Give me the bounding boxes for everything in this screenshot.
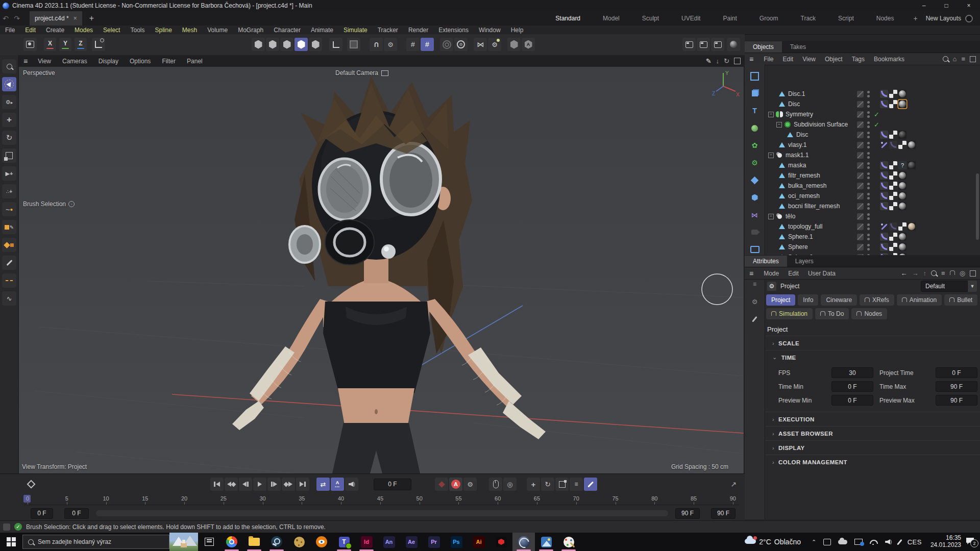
phong-tag-icon[interactable] xyxy=(880,243,888,251)
field-icon[interactable]: ✿ xyxy=(749,140,761,151)
attributes-back-icon[interactable]: ← xyxy=(901,269,908,277)
viewport-menu-filter[interactable]: Filter xyxy=(156,58,181,65)
object-row-disc[interactable]: Disc xyxy=(765,99,980,109)
visibility-dots[interactable] xyxy=(867,234,870,240)
menu-select[interactable]: Select xyxy=(98,27,125,34)
menu-edit[interactable]: Edit xyxy=(20,27,41,34)
objects-scrollbar[interactable] xyxy=(976,173,979,240)
taskbar-app-steam[interactable] xyxy=(265,533,288,551)
document-tab[interactable]: project.c4d * × xyxy=(30,11,82,26)
wand-tag-icon[interactable] xyxy=(880,222,888,231)
visibility-dots[interactable] xyxy=(867,213,870,220)
notification-icon[interactable]: 2 xyxy=(966,538,974,546)
visibility-dots[interactable] xyxy=(867,162,870,169)
key-parameter-button[interactable]: ≡ xyxy=(570,478,583,491)
uv-tag-icon[interactable] xyxy=(889,192,897,200)
taskbar-app-cookie[interactable] xyxy=(288,533,310,551)
taskbar-app-file-explorer[interactable] xyxy=(243,533,265,551)
viewport-hamburger-icon[interactable]: ≡ xyxy=(19,57,32,65)
enabled-check-icon[interactable]: ✓ xyxy=(874,121,879,129)
visibility-dots[interactable] xyxy=(867,172,870,179)
new-layouts-toggle[interactable] xyxy=(965,15,973,22)
viewport-layout-grid-icon[interactable] xyxy=(734,58,741,64)
object-row-disc[interactable]: Disc xyxy=(765,130,980,140)
viewport-zoom-tool[interactable] xyxy=(2,59,16,73)
material-tag-icon[interactable] xyxy=(898,90,906,98)
expand-toggle[interactable]: − xyxy=(768,214,774,219)
coordinate-system-button[interactable] xyxy=(92,38,105,51)
material-tag-icon[interactable] xyxy=(898,233,906,241)
add-layout-button[interactable]: + xyxy=(905,14,925,22)
paint-brush-tool[interactable] xyxy=(2,256,16,270)
current-frame-field[interactable]: 0 F xyxy=(374,479,411,490)
close-tab-icon[interactable]: × xyxy=(74,15,77,22)
auto-mode-button[interactable]: A xyxy=(522,38,535,51)
edit-render-settings-button[interactable] xyxy=(711,38,724,51)
sliders-icon[interactable]: ≡ xyxy=(749,279,761,290)
object-row-t-lo[interactable]: −tělo xyxy=(765,211,980,221)
menu-tools[interactable]: Tools xyxy=(125,27,150,34)
uv-tag-icon[interactable] xyxy=(889,171,897,180)
visibility-dots[interactable] xyxy=(867,132,870,138)
section-scale[interactable]: ›SCALE xyxy=(765,336,980,350)
tab-takes[interactable]: Takes xyxy=(782,41,814,53)
redo-icon[interactable]: ↷ xyxy=(11,14,22,22)
attr-tab-bullet[interactable]: Bullet xyxy=(944,294,977,306)
task-view-button[interactable] xyxy=(198,533,220,551)
weather-widget-thumbnail[interactable] xyxy=(169,533,198,551)
grid-button[interactable]: # xyxy=(406,38,420,51)
mode-points-button[interactable] xyxy=(252,38,265,51)
phong-tag-icon[interactable] xyxy=(880,192,888,200)
menu-window[interactable]: Window xyxy=(474,27,506,34)
menu-file[interactable]: File xyxy=(0,27,20,34)
section-asset-browser[interactable]: ›ASSET BROWSER xyxy=(765,426,980,440)
camera-menu-icon[interactable] xyxy=(381,70,388,76)
perspective-viewport[interactable]: Perspective Default Camera Brush Selecti… xyxy=(19,67,744,473)
layout-tab-uvedit[interactable]: UVEdit xyxy=(670,15,712,22)
layer-chip[interactable] xyxy=(857,193,864,199)
preset-dropdown[interactable]: Default ▼ xyxy=(921,281,977,292)
brush-selection-tool[interactable] xyxy=(2,77,16,91)
attributes-track-icon[interactable]: ◎ xyxy=(960,269,965,277)
menu-simulate[interactable]: Simulate xyxy=(338,27,373,34)
viewport-menu-options[interactable]: Options xyxy=(124,58,156,65)
camera-icon[interactable] xyxy=(749,227,761,238)
render-view-settings-button[interactable] xyxy=(23,38,37,51)
menu-modes[interactable]: Modes xyxy=(69,27,98,34)
section-execution[interactable]: ›EXECUTION xyxy=(765,412,980,426)
phongdim-tag-icon[interactable] xyxy=(889,222,897,231)
layout-tab-script[interactable]: Script xyxy=(827,15,865,22)
phong-tag-icon[interactable] xyxy=(880,233,888,241)
uv-tag-icon[interactable] xyxy=(898,222,906,231)
objects-menu-bookmarks[interactable]: Bookmarks xyxy=(869,56,909,63)
uv-tag-icon[interactable] xyxy=(889,243,897,251)
uv-tag-icon[interactable] xyxy=(889,90,897,98)
keyframe-bar-button[interactable]: A▪▪▪ xyxy=(331,478,344,491)
volume-icon[interactable]: ) xyxy=(885,539,892,544)
taskbar-app-photoshop[interactable]: Ps xyxy=(445,533,468,551)
metaball-icon[interactable] xyxy=(749,174,761,186)
layer-chip[interactable] xyxy=(857,244,864,251)
maximize-button[interactable]: □ xyxy=(935,0,958,11)
weather-cloud-icon[interactable] xyxy=(745,538,756,545)
go-to-start-button[interactable] xyxy=(210,478,224,491)
axis-lock-z[interactable]: Z xyxy=(75,38,87,51)
gear-icon[interactable]: ⚙ xyxy=(749,296,761,307)
field-value-time-max[interactable]: 90 F xyxy=(936,381,977,392)
keying-settings-button[interactable]: ⚙ xyxy=(463,478,477,491)
taskbar-app-premiere[interactable]: Pr xyxy=(423,533,445,551)
spline-sketch-tool[interactable]: ∿ xyxy=(2,291,16,306)
attr-tab-project[interactable]: Project xyxy=(766,294,795,306)
field-value-project-time[interactable]: 0 F xyxy=(936,367,977,378)
layer-chip[interactable] xyxy=(857,223,864,230)
phong-tag-icon[interactable] xyxy=(880,182,888,190)
layer-chip[interactable] xyxy=(857,132,864,138)
falloff-button[interactable] xyxy=(440,38,453,51)
move-tool[interactable]: + xyxy=(2,113,16,127)
go-to-previous-key-button[interactable] xyxy=(225,478,238,491)
range-field-3[interactable]: 90 F xyxy=(675,508,700,519)
layer-chip[interactable] xyxy=(857,101,864,108)
phong-tag-icon[interactable] xyxy=(880,161,888,169)
taskbar-app-blender[interactable] xyxy=(310,533,333,551)
field-value-time-min[interactable]: 0 F xyxy=(831,381,873,392)
